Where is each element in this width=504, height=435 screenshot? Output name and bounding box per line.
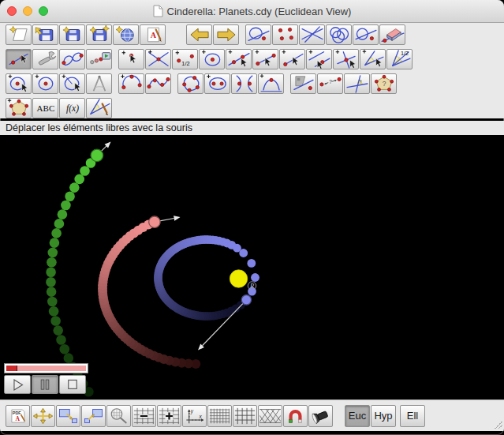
new-file-button[interactable] <box>6 24 32 45</box>
perpendicular-line-button[interactable] <box>333 49 359 69</box>
grid-triangular-button[interactable] <box>258 405 282 427</box>
circle-center-point-button[interactable] <box>6 73 32 94</box>
spotlight-button[interactable] <box>308 405 333 427</box>
save-file-as-button[interactable] <box>86 24 112 45</box>
toolbar-group <box>177 73 284 94</box>
pan-view-button[interactable] <box>31 405 55 427</box>
sun-point <box>230 270 247 287</box>
drawing-canvas[interactable]: R <box>0 135 504 399</box>
conic-by-points-button[interactable] <box>204 73 230 94</box>
hyperbolic-view-button[interactable]: Hyp <box>371 405 396 427</box>
text-tool-button[interactable]: ABC <box>32 98 58 118</box>
curve-through-points-button[interactable] <box>145 73 171 94</box>
window-title: Cinderella: Planets.cdy (Euclidean View) <box>167 6 352 17</box>
move-icon <box>7 50 31 69</box>
finer-grid-button[interactable] <box>157 405 181 427</box>
pdf-export-button[interactable]: PDFA <box>6 405 30 427</box>
save-file-button[interactable] <box>59 24 85 45</box>
playback-slider[interactable] <box>4 363 88 373</box>
open-file-button[interactable] <box>32 24 58 45</box>
elliptic-view-button[interactable]: Ell <box>400 405 425 427</box>
locus-tool-button[interactable] <box>59 49 85 69</box>
compass-tool-button[interactable] <box>86 73 112 94</box>
app-window: Cinderella: Planets.cdy (Euclidean View)… <box>0 0 504 435</box>
circle-center-icon <box>200 50 224 69</box>
parallel-line-button[interactable] <box>306 49 332 69</box>
grid-fine-button[interactable] <box>207 405 232 427</box>
close-button[interactable] <box>7 6 17 16</box>
circle-by-center-button[interactable] <box>199 49 225 69</box>
export-drawing-button[interactable]: A <box>140 24 166 45</box>
select-conics-button[interactable] <box>245 24 271 45</box>
properties-tool-button[interactable] <box>32 49 58 69</box>
curve-pts-icon <box>147 74 170 93</box>
angle-icon <box>361 50 385 69</box>
undo-button[interactable] <box>186 24 212 45</box>
toolbar-group <box>245 24 405 45</box>
stop-button[interactable] <box>59 375 86 394</box>
select-lines-button[interactable] <box>299 24 325 45</box>
magnet-snap-icon <box>285 407 306 425</box>
zoom-button[interactable] <box>39 6 48 16</box>
circle-fixed-radius-button[interactable] <box>32 73 58 94</box>
select-points-button[interactable] <box>272 24 298 45</box>
func-fx-icon: f(x) <box>61 99 84 118</box>
grid-small-icon <box>209 407 230 425</box>
svg-text:A: A <box>16 414 21 422</box>
zoom-in-view-icon <box>83 407 104 425</box>
wrench-icon <box>34 50 58 69</box>
export-web-button[interactable] <box>113 24 139 45</box>
delete-element-button[interactable] <box>379 24 405 45</box>
angle-bisector-button[interactable]: 1/2 <box>386 49 413 69</box>
move-element-button[interactable] <box>6 49 32 69</box>
save-file-icon <box>61 25 84 44</box>
hyperbola-tool-button[interactable] <box>231 73 257 94</box>
playback-panel <box>4 363 88 394</box>
resize-grip[interactable] <box>495 421 502 429</box>
parallel-icon <box>308 50 331 69</box>
circle-by-radius-button[interactable] <box>59 73 85 94</box>
grid-square-button[interactable] <box>233 405 257 427</box>
circle-plain-icon <box>34 74 58 93</box>
redo-button[interactable] <box>213 24 239 45</box>
angle-pen-icon <box>88 99 111 118</box>
line-two-points-button[interactable] <box>226 49 252 69</box>
title-bar[interactable]: Cinderella: Planets.cdy (Euclidean View) <box>0 0 504 23</box>
angle-tool-button[interactable] <box>360 49 386 69</box>
mark-angle-tool-button[interactable] <box>86 98 112 118</box>
redo-icon <box>215 25 238 44</box>
zoom-in-button[interactable] <box>81 405 106 427</box>
svg-text:?: ? <box>329 79 332 84</box>
arc-three-points-button[interactable] <box>118 73 144 94</box>
svg-text:PDF: PDF <box>13 410 22 414</box>
animation-tool-button[interactable] <box>86 49 112 69</box>
magnifier-tool-button[interactable] <box>106 405 131 427</box>
snap-magnet-button[interactable] <box>283 405 308 427</box>
add-point-button[interactable] <box>118 49 144 69</box>
coarser-grid-button[interactable] <box>132 405 156 427</box>
segment-tool-button[interactable] <box>252 49 278 69</box>
minimize-button[interactable] <box>23 6 32 16</box>
select-circles-button[interactable] <box>326 24 352 45</box>
function-tool-button[interactable]: f(x) <box>59 98 85 118</box>
intersection-point-button[interactable] <box>145 49 171 69</box>
svg-text:1/2: 1/2 <box>181 60 189 67</box>
poly-closed-icon <box>179 74 203 93</box>
measure-angle-button[interactable]: ? <box>344 73 370 94</box>
toggle-axes-button[interactable]: yx <box>182 405 207 427</box>
euclidean-view-button[interactable]: Euc <box>345 405 370 427</box>
half-plane-tool-button[interactable] <box>290 73 316 94</box>
planet-scene: R <box>0 135 504 399</box>
select-points-icon <box>274 25 297 44</box>
measure-area-button[interactable]: ? <box>371 73 397 94</box>
measure-distance-button[interactable]: ? <box>317 73 343 94</box>
midpoint-tool-button[interactable]: 1/2 <box>172 49 198 69</box>
closed-polygon-button[interactable] <box>177 73 203 94</box>
play-button[interactable] <box>4 375 31 394</box>
parabola-tool-button[interactable] <box>258 73 284 94</box>
pause-button[interactable] <box>32 375 58 394</box>
zoom-out-button[interactable] <box>56 405 80 427</box>
polygon-tool-button[interactable] <box>6 98 32 118</box>
ray-tool-button[interactable] <box>279 49 305 69</box>
select-all-elements-button[interactable] <box>353 24 379 45</box>
